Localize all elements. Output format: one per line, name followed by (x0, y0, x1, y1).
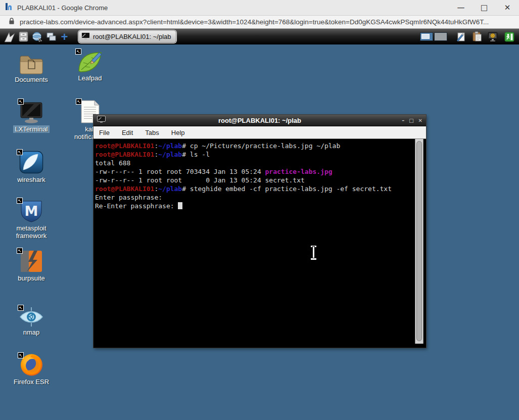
desktop-icon-documents[interactable]: Documents (9, 49, 54, 83)
icon-label: Leafpad (67, 74, 113, 82)
terminal-icon (81, 32, 90, 41)
terminal-line: root@PLABKALI01:~/plab# ls -l (95, 150, 426, 159)
workspace-1[interactable] (420, 32, 433, 41)
folder-icon (9, 49, 54, 74)
file-manager-icon[interactable] (17, 30, 30, 43)
minimize-button[interactable]: — (449, 0, 473, 16)
task-button-label: root@PLABKALI01: ~/plab (93, 33, 171, 40)
terminal-menubar: File Edit Tabs Help (93, 126, 426, 139)
desktop-icon-lxterminal[interactable]: ↖ LXTerminal (9, 99, 54, 133)
chrome-window-controls: — □ ✕ (449, 0, 519, 16)
terminal-text-cursor (178, 202, 182, 209)
browser-window: PLABKALI01 - Google Chrome — □ ✕ practic… (0, 0, 519, 420)
icon-label: Firefox ESR (9, 378, 54, 386)
workspace-2[interactable] (434, 32, 447, 41)
close-button[interactable]: ✕ (496, 0, 519, 16)
shortcut-badge-icon: ↖ (18, 352, 24, 358)
terminal-line: -rw-r--r-- 1 root root 0 Jan 13 05:24 se… (95, 176, 426, 184)
lxterminal-icon (9, 99, 54, 124)
terminal-window-controls: – □ ✕ (402, 115, 422, 126)
add-panel-icon[interactable]: + (58, 30, 71, 43)
terminal-line: -rw-r--r-- 1 root root 703434 Jan 13 05:… (95, 167, 426, 176)
terminal-line: Enter passphrase: (95, 193, 426, 202)
icon-label: Documents (9, 76, 54, 83)
shortcut-badge-icon: ↖ (75, 49, 81, 55)
shortcut-badge-icon: ↖ (17, 198, 23, 204)
icon-label: metasploit (9, 224, 54, 232)
menu-tabs[interactable]: Tabs (145, 129, 159, 136)
terminal-output[interactable]: root@PLABKALI01:~/plab# cp ~/Pictures/pr… (93, 139, 426, 344)
icon-label: wireshark (9, 176, 54, 183)
desktop-icon-wireshark[interactable]: ↖ wireshark (9, 149, 54, 183)
menu-edit[interactable]: Edit (122, 129, 133, 136)
shortcut-badge-icon: ↖ (76, 99, 82, 105)
icon-label-line2: framework (9, 232, 54, 240)
desktop-icon-burpsuite[interactable]: ↖ burpsuite (9, 248, 54, 282)
maximize-button[interactable]: □ (473, 0, 496, 16)
scrollbar-thumb[interactable] (416, 141, 422, 341)
svg-text:M: M (25, 203, 38, 219)
url-text: practice-labs.com/device-advanced.aspx?c… (20, 18, 489, 26)
firefox-icon (9, 351, 54, 377)
icon-label: nmap (9, 329, 54, 336)
practice-labs-favicon-icon (5, 3, 13, 13)
window-title: PLABKALI01 - Google Chrome (17, 4, 449, 12)
icon-label: burpsuite (9, 274, 54, 282)
terminal-maximize-button[interactable]: □ (409, 115, 413, 126)
screenshot-icon[interactable] (454, 30, 467, 43)
terminal-line: Re-Enter passphrase: (95, 202, 426, 210)
shortcut-badge-icon: ↖ (18, 99, 24, 105)
web-browser-icon[interactable] (30, 30, 44, 43)
clipboard-icon[interactable] (470, 30, 484, 43)
wireshark-icon (9, 149, 54, 174)
terminal-close-button[interactable]: ✕ (418, 115, 422, 126)
leafpad-icon (67, 48, 113, 73)
terminal-minimize-button[interactable]: – (402, 115, 404, 126)
desktop-icon-nmap[interactable]: ↖ nmap (9, 305, 54, 336)
screenlock-icon[interactable] (486, 30, 500, 43)
icon-label: LXTerminal (13, 125, 49, 133)
shortcut-badge-icon: ↖ (17, 248, 23, 254)
terminal-window: root@PLABKALI01: ~/plab – □ ✕ File Edit … (93, 115, 426, 348)
terminal-line: root@PLABKALI01:~/plab# steghide embed -… (95, 184, 426, 193)
terminal-icon (97, 116, 106, 125)
menu-help[interactable]: Help (171, 129, 185, 136)
kali-menu-icon[interactable] (3, 30, 17, 43)
terminal-line: total 688 (95, 159, 426, 167)
desktop-icon-metasploit[interactable]: ↖ M metasploit framework (9, 198, 54, 240)
workspace-pager (420, 32, 447, 41)
terminal-titlebar[interactable]: root@PLABKALI01: ~/plab – □ ✕ (93, 115, 426, 126)
chrome-titlebar[interactable]: PLABKALI01 - Google Chrome — □ ✕ (0, 0, 519, 16)
shortcut-badge-icon: ↖ (18, 305, 24, 311)
taskbar-task-terminal[interactable]: root@PLABKALI01: ~/plab (78, 30, 176, 43)
taskbar-right (420, 30, 516, 43)
shortcut-badge-icon: ↖ (17, 149, 23, 155)
padlock-icon (9, 17, 15, 27)
terminal-scrollbar[interactable] (415, 139, 423, 344)
menu-file[interactable]: File (99, 129, 110, 136)
burpsuite-icon (9, 248, 54, 273)
terminal-line: root@PLABKALI01:~/plab# cp ~/Pictures/pr… (95, 142, 426, 150)
desktop-icon-leafpad[interactable]: ↖ Leafpad (67, 48, 113, 82)
metasploit-icon: M (9, 198, 54, 223)
nmap-icon (9, 305, 54, 327)
terminal-title: root@PLABKALI01: ~/plab (93, 117, 426, 124)
chrome-url-bar[interactable]: practice-labs.com/device-advanced.aspx?c… (0, 16, 519, 29)
taskbar: + root@PLABKALI01: ~/plab (0, 29, 519, 44)
logout-icon[interactable] (502, 30, 516, 43)
iconify-windows-icon[interactable] (44, 30, 58, 43)
desktop[interactable]: Documents ↖ Leafpad ↖ (0, 44, 519, 420)
desktop-icon-firefox[interactable]: ↖ Firefox ESR (9, 351, 54, 386)
terminal-lines: root@PLABKALI01:~/plab# cp ~/Pictures/pr… (95, 142, 426, 210)
